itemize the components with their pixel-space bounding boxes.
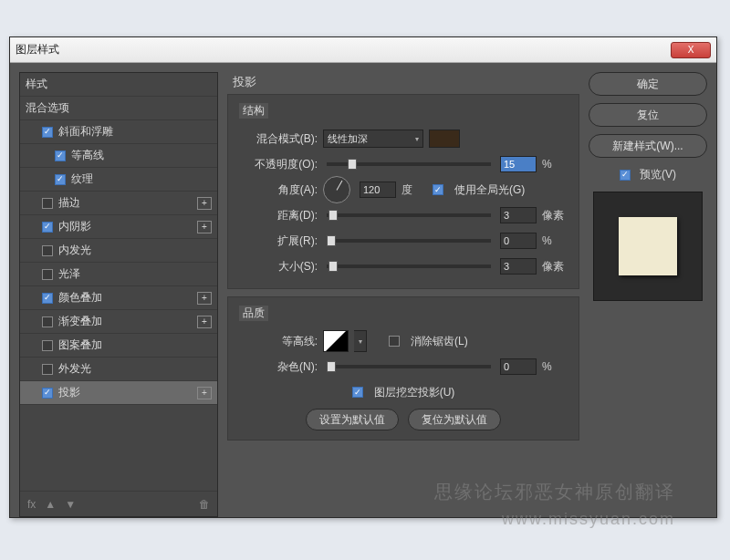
knockout-label: 图层挖空投影(U) — [374, 385, 455, 400]
checkbox-icon[interactable] — [42, 388, 53, 399]
antialias-checkbox[interactable] — [389, 336, 400, 347]
spread-unit: % — [542, 234, 568, 247]
spread-slider[interactable] — [327, 239, 491, 243]
checkbox-icon[interactable] — [55, 150, 66, 161]
dialog-content: 样式 混合选项 斜面和浮雕 等高线 纹理 描边+ 内阴影+ 内发光 光泽 颜色叠… — [10, 63, 716, 517]
cancel-button[interactable]: 复位 — [589, 103, 707, 127]
make-default-button[interactable]: 设置为默认值 — [306, 409, 399, 430]
noise-input[interactable]: 0 — [500, 358, 537, 375]
quality-legend: 品质 — [239, 306, 268, 321]
blend-mode-label: 混合模式(B): — [239, 131, 318, 147]
checkbox-icon[interactable] — [42, 245, 53, 256]
noise-label: 杂色(N): — [239, 359, 318, 375]
sidebar-item-pattern-overlay[interactable]: 图案叠加 — [20, 334, 217, 358]
color-swatch[interactable] — [429, 130, 460, 148]
sidebar-header-styles[interactable]: 样式 — [20, 73, 217, 97]
size-unit: 像素 — [542, 259, 568, 275]
angle-unit: 度 — [402, 182, 427, 198]
opacity-label: 不透明度(O): — [239, 157, 318, 172]
global-light-label: 使用全局光(G) — [454, 182, 525, 198]
sidebar-item-drop-shadow[interactable]: 投影+ — [20, 381, 217, 405]
sidebar-item-inner-glow[interactable]: 内发光 — [20, 239, 217, 263]
sidebar-footer: fx ▲ ▼ 🗑 — [20, 491, 217, 516]
checkbox-icon[interactable] — [42, 364, 53, 375]
sidebar-item-inner-shadow[interactable]: 内阴影+ — [20, 215, 217, 239]
checkbox-icon[interactable] — [42, 293, 53, 304]
titlebar[interactable]: 图层样式 X — [10, 37, 716, 63]
quality-group: 品质 等高线: ▾ 消除锯齿(L) 杂色(N): 0 % — [227, 296, 579, 441]
distance-label: 距离(D): — [239, 208, 318, 223]
checkbox-icon[interactable] — [42, 127, 53, 138]
opacity-unit: % — [542, 158, 568, 171]
close-icon: X — [688, 45, 694, 55]
preview-checkbox[interactable] — [620, 170, 631, 181]
checkbox-icon[interactable] — [42, 316, 53, 327]
global-light-checkbox[interactable] — [433, 184, 443, 195]
structure-group: 结构 混合模式(B): 线性加深▾ 不透明度(O): 15 % 角度(A): 1… — [227, 94, 579, 289]
angle-input[interactable]: 120 — [360, 181, 396, 198]
plus-icon[interactable]: + — [197, 292, 212, 305]
trash-icon[interactable]: 🗑 — [199, 498, 210, 511]
chevron-down-icon: ▾ — [415, 135, 419, 143]
structure-legend: 结构 — [239, 103, 268, 119]
right-column: 确定 复位 新建样式(W)... 预览(V) — [589, 72, 707, 517]
opacity-slider[interactable] — [327, 162, 491, 166]
antialias-label: 消除锯齿(L) — [411, 334, 468, 349]
size-slider[interactable] — [327, 264, 491, 268]
window-title: 图层样式 — [16, 42, 671, 57]
checkbox-icon[interactable] — [55, 174, 66, 185]
preview-thumbnail — [619, 217, 677, 275]
arrow-down-icon[interactable]: ▼ — [65, 498, 76, 511]
distance-slider[interactable] — [327, 213, 491, 217]
sidebar-item-outer-glow[interactable]: 外发光 — [20, 358, 217, 381]
sidebar-item-gradient-overlay[interactable]: 渐变叠加+ — [20, 310, 217, 334]
close-button[interactable]: X — [671, 42, 711, 58]
checkbox-icon[interactable] — [42, 222, 53, 233]
sidebar-header-blend[interactable]: 混合选项 — [20, 97, 217, 120]
sidebar-item-satin[interactable]: 光泽 — [20, 263, 217, 286]
size-label: 大小(S): — [239, 259, 318, 275]
layer-style-dialog: 图层样式 X 样式 混合选项 斜面和浮雕 等高线 纹理 描边+ 内阴影+ 内发光… — [9, 36, 717, 518]
plus-icon[interactable]: + — [197, 197, 212, 210]
distance-unit: 像素 — [542, 208, 568, 223]
preview-box — [593, 192, 703, 301]
contour-picker[interactable] — [323, 330, 349, 352]
plus-icon[interactable]: + — [197, 221, 212, 233]
knockout-checkbox[interactable] — [352, 387, 363, 398]
new-style-button[interactable]: 新建样式(W)... — [589, 134, 707, 158]
sidebar-item-color-overlay[interactable]: 颜色叠加+ — [20, 286, 217, 310]
noise-unit: % — [542, 360, 568, 373]
checkbox-icon[interactable] — [42, 269, 53, 280]
sidebar-item-texture[interactable]: 纹理 — [20, 168, 217, 192]
noise-slider[interactable] — [327, 365, 491, 368]
checkbox-icon[interactable] — [42, 198, 53, 209]
sidebar-item-contour[interactable]: 等高线 — [20, 144, 217, 168]
sidebar-item-bevel[interactable]: 斜面和浮雕 — [20, 120, 217, 144]
fx-icon[interactable]: fx — [27, 498, 36, 511]
size-input[interactable]: 3 — [500, 258, 537, 275]
opacity-input[interactable]: 15 — [500, 156, 537, 172]
arrow-up-icon[interactable]: ▲ — [45, 498, 56, 511]
sidebar-item-stroke[interactable]: 描边+ — [20, 192, 217, 215]
plus-icon[interactable]: + — [197, 316, 212, 328]
panel-title: 投影 — [233, 74, 579, 90]
spread-input[interactable]: 0 — [500, 233, 537, 249]
ok-button[interactable]: 确定 — [589, 72, 707, 96]
preview-label: 预览(V) — [640, 167, 676, 182]
checkbox-icon[interactable] — [42, 340, 53, 351]
plus-icon[interactable]: + — [197, 387, 212, 399]
main-panel: 投影 结构 混合模式(B): 线性加深▾ 不透明度(O): 15 % 角度(A)… — [227, 72, 579, 517]
distance-input[interactable]: 3 — [500, 207, 537, 223]
contour-dropdown[interactable]: ▾ — [354, 330, 367, 352]
spread-label: 扩展(R): — [239, 233, 318, 249]
blend-mode-select[interactable]: 线性加深▾ — [323, 130, 423, 148]
angle-label: 角度(A): — [239, 182, 318, 198]
angle-dial[interactable] — [323, 176, 350, 203]
styles-sidebar: 样式 混合选项 斜面和浮雕 等高线 纹理 描边+ 内阴影+ 内发光 光泽 颜色叠… — [19, 72, 218, 517]
reset-default-button[interactable]: 复位为默认值 — [408, 409, 501, 430]
contour-label: 等高线: — [239, 334, 318, 349]
